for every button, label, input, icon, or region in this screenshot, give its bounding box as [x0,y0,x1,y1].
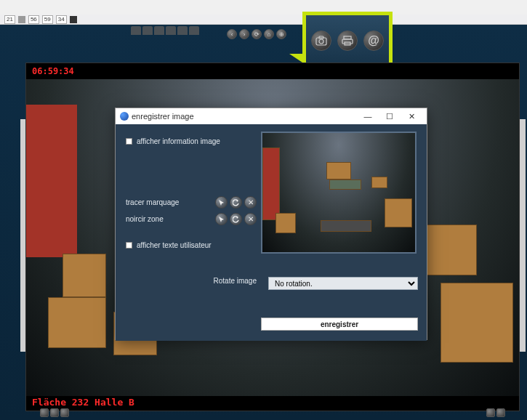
home-button[interactable]: ⌂ [264,29,274,39]
dialog-title: enregistrer image [132,112,194,121]
callout-highlight: @ [302,12,393,70]
blackout-undo-icon[interactable] [230,213,242,225]
blackout-pointer-icon[interactable] [215,213,228,225]
layout-tab-icon[interactable] [131,26,141,35]
app-icon [120,112,129,121]
nav-buttons: ‹ › ⟳ ⌂ ⊕ [227,29,286,39]
monitor-icon [70,16,77,23]
status-chip: 59 [42,15,53,24]
trace-undo-icon[interactable] [230,196,242,209]
at-icon[interactable]: @ [363,31,384,51]
svg-point-2 [319,39,323,44]
rotate-image-select[interactable]: No rotation. [268,277,418,290]
footer-restore-button[interactable] [50,408,59,417]
timestamp-overlay: 06:59:34 [32,66,74,76]
dialog-body: afficher information image tracer marqua… [116,124,427,341]
show-image-info-label: afficher information image [137,137,220,145]
minimize-button[interactable]: — [357,110,379,123]
footer-maximize-button[interactable] [60,408,69,417]
layout-tab-icon[interactable] [142,26,153,35]
footer-minimize-button[interactable] [40,408,49,417]
trace-clear-icon[interactable]: ✕ [244,196,257,209]
svg-rect-4 [342,39,353,44]
dialog-titlebar[interactable]: enregistrer image — ☐ ✕ [116,108,427,124]
clock-icon [18,16,25,23]
blackout-clear-icon[interactable]: ✕ [244,213,257,225]
status-chip: 21 [4,15,15,24]
show-image-info-checkbox[interactable] [126,138,132,145]
nav-prev-button[interactable]: ‹ [227,29,237,39]
layout-tab-icon[interactable] [189,26,199,35]
nav-next-button[interactable]: › [239,29,249,39]
image-preview [261,132,417,254]
status-chip: 56 [28,15,39,24]
upper-toolbar: ‹ › ⟳ ⌂ ⊕ @ [0,25,527,45]
show-user-text-checkbox[interactable] [126,242,132,249]
layout-tab-icon[interactable] [166,26,176,35]
show-user-text-label: afficher texte utilisateur [137,241,212,249]
trace-marking-label: tracer marquage [126,198,179,206]
maximize-button[interactable]: ☐ [379,110,401,123]
layout-tab-icon[interactable] [154,26,164,35]
close-button[interactable]: ✕ [401,110,422,123]
footer-prev-button[interactable] [486,408,495,417]
refresh-button[interactable]: ⟳ [252,29,262,39]
layout-tabs [131,26,199,35]
location-overlay: Fläche 232 Halle B [32,397,134,408]
print-icon[interactable] [337,31,358,51]
trace-pointer-icon[interactable] [215,196,228,209]
blackout-zone-label: noircir zone [126,215,164,223]
rotate-image-label: Rotate image [126,277,257,285]
main-area: ‹ › ⟳ ⌂ ⊕ @ 06:59:34 [0,25,527,420]
globe-button[interactable]: ⊕ [276,29,286,39]
footer-next-button[interactable] [496,408,505,417]
save-button[interactable]: enregistrer [261,318,418,331]
panel-footer [25,405,520,420]
side-frame-right [520,119,526,352]
layout-tab-icon[interactable] [177,26,188,35]
save-image-dialog: enregistrer image — ☐ ✕ afficher informa… [115,108,427,340]
status-strip: 21 56 59 34 [0,15,527,25]
camera-icon[interactable] [311,31,331,51]
status-chip: 34 [56,15,67,24]
